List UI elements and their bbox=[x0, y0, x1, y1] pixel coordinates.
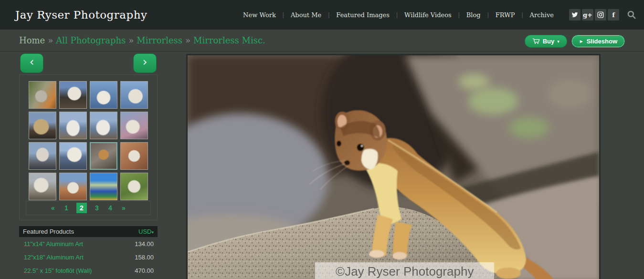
cart-icon bbox=[532, 38, 540, 44]
product-price: 158.00 bbox=[135, 254, 154, 261]
breadcrumb-bar: Home»All Photographs»Mirrorless»Mirrorle… bbox=[0, 30, 644, 52]
product-link[interactable]: 11"x14" Aluminum Art bbox=[24, 240, 83, 248]
thumbnail[interactable] bbox=[59, 81, 87, 109]
breadcrumb-separator: » bbox=[45, 35, 56, 45]
nav-item-frwp[interactable]: FRWP bbox=[489, 11, 522, 19]
page: Jay Ryser Photography New Work| About Me… bbox=[0, 0, 644, 279]
thumbnail[interactable] bbox=[90, 112, 117, 139]
thumbnail[interactable] bbox=[59, 112, 87, 139]
breadcrumb-mirrorless[interactable]: Mirrorless bbox=[137, 35, 182, 45]
search-icon[interactable] bbox=[626, 9, 637, 21]
buy-button[interactable]: Buy ▾ bbox=[525, 35, 567, 48]
thumbnail[interactable] bbox=[120, 112, 148, 139]
thumbnail[interactable] bbox=[120, 142, 148, 170]
pagination-prev[interactable]: « bbox=[50, 204, 56, 212]
thumbnail[interactable] bbox=[59, 173, 87, 200]
thumbnail-grid bbox=[20, 81, 157, 200]
thumbnail[interactable] bbox=[29, 142, 56, 170]
social-links: g+ f bbox=[569, 9, 619, 21]
previous-page-button[interactable]: ‹ bbox=[20, 53, 43, 73]
thumbnail[interactable] bbox=[90, 173, 117, 200]
breadcrumb-current[interactable]: Mirrorless Misc. bbox=[193, 35, 265, 45]
thumbnail[interactable] bbox=[90, 81, 117, 109]
buy-label: Buy bbox=[543, 38, 555, 45]
pagination-page-3[interactable]: 3 bbox=[94, 204, 100, 212]
pagination-page-4[interactable]: 4 bbox=[107, 204, 114, 212]
currency-caret-icon: ▾ bbox=[151, 230, 154, 235]
site-title: Jay Ryser Photography bbox=[15, 9, 148, 21]
main-nav: New Work| About Me| Featured Images| Wil… bbox=[236, 11, 560, 19]
slideshow-label: Slideshow bbox=[587, 38, 617, 45]
chevron-right-icon: › bbox=[143, 55, 148, 69]
thumbnail[interactable] bbox=[59, 142, 87, 170]
product-row: 12"x18" Aluminum Art 158.00 bbox=[19, 250, 158, 264]
pagination-page-1[interactable]: 1 bbox=[63, 204, 70, 212]
thumbnail[interactable] bbox=[120, 173, 148, 200]
breadcrumb-separator: » bbox=[182, 35, 193, 45]
breadcrumb-home[interactable]: Home bbox=[19, 35, 45, 45]
next-page-button[interactable]: › bbox=[133, 53, 157, 73]
nav-item-featured-images[interactable]: Featured Images bbox=[329, 11, 396, 19]
thumb-nav-arrows: ‹ › bbox=[19, 53, 158, 72]
breadcrumb: Home»All Photographs»Mirrorless»Mirrorle… bbox=[19, 35, 265, 45]
thumbnail[interactable] bbox=[29, 81, 56, 109]
watermark: ©Jay Ryser Photography bbox=[315, 262, 494, 279]
nav-item-about-me[interactable]: About Me bbox=[284, 11, 328, 19]
facebook-icon[interactable]: f bbox=[608, 9, 619, 21]
header: Jay Ryser Photography New Work| About Me… bbox=[0, 0, 644, 30]
nav-item-new-work[interactable]: New Work bbox=[236, 11, 283, 19]
instagram-icon[interactable] bbox=[595, 9, 606, 21]
pagination-page-2-current[interactable]: 2 bbox=[76, 203, 87, 213]
featured-products-panel: Featured Products USD▾ 11"x14" Aluminum … bbox=[19, 226, 158, 277]
play-icon: ► bbox=[579, 39, 584, 44]
breadcrumb-separator: » bbox=[126, 35, 137, 45]
nav-item-blog[interactable]: Blog bbox=[460, 11, 487, 19]
main-photo[interactable]: ©Jay Ryser Photography bbox=[186, 54, 601, 279]
thumbnail-selected[interactable] bbox=[90, 142, 117, 170]
pagination: « 1 2 3 4 » bbox=[26, 201, 151, 215]
product-row: 11"x14" Aluminum Art 134.00 bbox=[19, 237, 158, 250]
thumbnail[interactable] bbox=[29, 173, 56, 200]
gallery-actions: Buy ▾ ► Slideshow bbox=[525, 35, 625, 48]
featured-products-header: Featured Products USD▾ bbox=[19, 226, 158, 237]
chevron-left-icon: ‹ bbox=[30, 55, 34, 69]
featured-products-title: Featured Products bbox=[23, 228, 74, 235]
currency-selector[interactable]: USD▾ bbox=[138, 228, 154, 235]
breadcrumb-all-photographs[interactable]: All Photographs bbox=[56, 35, 126, 45]
product-price: 134.00 bbox=[135, 240, 154, 248]
twitter-icon[interactable] bbox=[569, 9, 581, 21]
slideshow-button[interactable]: ► Slideshow bbox=[571, 35, 625, 48]
pagination-next[interactable]: » bbox=[120, 204, 127, 212]
product-row: 22.5" x 15" fotoflōt (Wall) 470.00 bbox=[19, 264, 158, 277]
nav-item-wildlife-videos[interactable]: Wildlife Videos bbox=[398, 11, 458, 19]
thumbnail[interactable] bbox=[29, 112, 56, 139]
product-link[interactable]: 22.5" x 15" fotoflōt (Wall) bbox=[24, 267, 92, 274]
thumbnail[interactable] bbox=[120, 81, 148, 109]
product-link[interactable]: 12"x18" Aluminum Art bbox=[24, 254, 84, 261]
product-price: 470.00 bbox=[135, 267, 154, 274]
nav-item-archive[interactable]: Archive bbox=[523, 11, 560, 19]
google-plus-icon[interactable]: g+ bbox=[582, 9, 593, 21]
buy-caret-icon: ▾ bbox=[557, 39, 560, 44]
thumbnail-panel: « 1 2 3 4 » bbox=[19, 74, 158, 220]
